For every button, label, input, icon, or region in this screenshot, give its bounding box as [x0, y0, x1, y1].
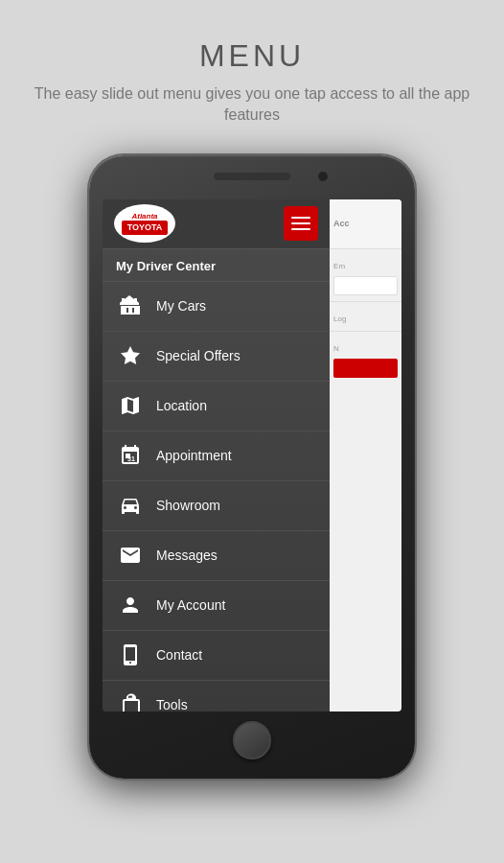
- menu-item-showroom[interactable]: Showroom: [103, 481, 330, 531]
- contact-label: Contact: [156, 647, 202, 663]
- menu-item-special-offers[interactable]: Special Offers: [103, 332, 330, 382]
- my-account-label: My Account: [156, 597, 225, 613]
- peek-top-bar: Acc: [330, 199, 401, 249]
- tools-label: Tools: [156, 697, 188, 711]
- map-icon: [116, 391, 145, 420]
- phone-speaker: [214, 173, 290, 180]
- menu-item-my-account[interactable]: My Account: [103, 581, 330, 631]
- menu-item-messages[interactable]: Messages: [103, 531, 330, 581]
- phone-home-button[interactable]: [233, 721, 271, 759]
- my-cars-label: My Cars: [156, 298, 206, 314]
- peek-n-label: N: [333, 344, 339, 353]
- phone-screen: Atlanta TOYOTA My Driver Center: [103, 199, 401, 711]
- calendar-icon: 31: [116, 441, 145, 470]
- car-icon: [116, 491, 145, 520]
- logo-container: Atlanta TOYOTA: [114, 204, 175, 243]
- showroom-label: Showroom: [156, 498, 220, 513]
- location-label: Location: [156, 398, 207, 413]
- phone-camera: [317, 171, 329, 182]
- page-subtitle: The easy slide out menu gives you one ta…: [19, 83, 485, 127]
- peek-acc-label: Acc: [333, 219, 350, 228]
- peek-log-label: Log: [333, 315, 346, 323]
- peek-action-button[interactable]: [333, 359, 398, 378]
- peek-em-label: Em: [333, 262, 345, 270]
- menu-top-bar: Atlanta TOYOTA: [103, 199, 330, 249]
- phone-device-icon: [116, 641, 145, 669]
- peek-log-section: Log: [330, 302, 401, 332]
- logo-toyota-text: TOYOTA: [122, 221, 169, 235]
- menu-item-appointment[interactable]: 31 Appointment: [103, 432, 330, 481]
- appointment-label: Appointment: [156, 448, 232, 463]
- toolbox-icon: [116, 690, 145, 711]
- special-offers-label: Special Offers: [156, 348, 241, 363]
- hamburger-line-2: [291, 222, 310, 224]
- peek-email-field: [333, 276, 398, 295]
- menu-item-my-cars[interactable]: My Cars: [103, 282, 330, 332]
- menu-items-list: My Cars Special Offers: [103, 282, 330, 711]
- peek-account-section: Em: [330, 249, 401, 302]
- menu-panel: Atlanta TOYOTA My Driver Center: [103, 199, 330, 711]
- hamburger-line-3: [291, 228, 310, 230]
- envelope-icon: [116, 541, 145, 570]
- right-peek-panel: Acc Em Log N: [330, 199, 401, 711]
- driver-center-label: My Driver Center: [103, 249, 330, 282]
- hamburger-line-1: [291, 217, 310, 219]
- menu-item-contact[interactable]: Contact: [103, 631, 330, 681]
- brand-logo: Atlanta TOYOTA: [114, 204, 175, 243]
- svg-text:31: 31: [127, 455, 135, 462]
- garage-icon: [116, 292, 145, 320]
- star-icon: [116, 341, 145, 370]
- person-icon: [116, 591, 145, 619]
- messages-label: Messages: [156, 548, 218, 563]
- peek-n-section: N: [330, 332, 401, 384]
- menu-item-location[interactable]: Location: [103, 382, 330, 432]
- phone-mockup: Atlanta TOYOTA My Driver Center: [89, 155, 415, 779]
- phone-shell: Atlanta TOYOTA My Driver Center: [89, 155, 415, 779]
- header-section: MENU The easy slide out menu gives you o…: [0, 0, 504, 146]
- page-title: MENU: [19, 38, 485, 74]
- logo-atlanta-text: Atlanta: [131, 213, 157, 221]
- hamburger-button[interactable]: [284, 206, 318, 241]
- menu-item-tools[interactable]: Tools: [103, 681, 330, 711]
